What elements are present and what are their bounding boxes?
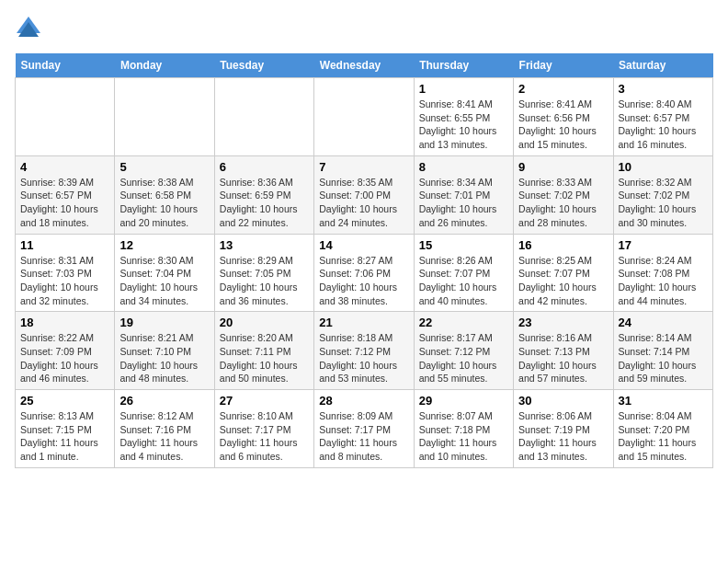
day-number: 15 <box>419 238 508 252</box>
day-info: Sunrise: 8:18 AM Sunset: 7:12 PM Dayligh… <box>319 331 408 385</box>
weekday-header-tuesday: Tuesday <box>214 53 313 78</box>
day-number: 14 <box>319 238 408 252</box>
calendar-cell <box>115 78 214 156</box>
day-number: 25 <box>20 394 109 408</box>
day-number: 3 <box>619 82 708 96</box>
day-info: Sunrise: 8:14 AM Sunset: 7:14 PM Dayligh… <box>619 331 708 385</box>
day-info: Sunrise: 8:04 AM Sunset: 7:20 PM Dayligh… <box>619 409 708 464</box>
weekday-header-thursday: Thursday <box>414 53 513 78</box>
day-info: Sunrise: 8:38 AM Sunset: 6:58 PM Dayligh… <box>119 176 209 230</box>
day-info: Sunrise: 8:41 AM Sunset: 6:55 PM Dayligh… <box>419 98 508 152</box>
day-number: 20 <box>220 316 309 329</box>
calendar-cell: 2Sunrise: 8:41 AM Sunset: 6:56 PM Daylig… <box>514 78 613 156</box>
calendar-cell <box>214 78 313 156</box>
day-number: 2 <box>518 82 608 96</box>
calendar-week-row: 25Sunrise: 8:13 AM Sunset: 7:15 PM Dayli… <box>16 390 713 468</box>
day-info: Sunrise: 8:16 AM Sunset: 7:13 PM Dayligh… <box>518 331 608 385</box>
page-header <box>15 15 713 42</box>
calendar-cell: 13Sunrise: 8:29 AM Sunset: 7:05 PM Dayli… <box>214 234 313 312</box>
calendar-cell: 6Sunrise: 8:36 AM Sunset: 6:59 PM Daylig… <box>214 155 313 234</box>
weekday-header-saturday: Saturday <box>613 53 712 78</box>
day-number: 27 <box>220 394 309 408</box>
day-number: 8 <box>419 160 508 174</box>
day-info: Sunrise: 8:06 AM Sunset: 7:19 PM Dayligh… <box>518 409 608 464</box>
calendar-cell: 30Sunrise: 8:06 AM Sunset: 7:19 PM Dayli… <box>514 390 613 468</box>
day-info: Sunrise: 8:13 AM Sunset: 7:15 PM Dayligh… <box>20 409 109 464</box>
calendar-cell: 12Sunrise: 8:30 AM Sunset: 7:04 PM Dayli… <box>115 234 214 312</box>
day-number: 7 <box>319 160 408 174</box>
day-number: 9 <box>518 160 608 174</box>
day-number: 1 <box>419 82 508 96</box>
day-number: 4 <box>20 160 109 174</box>
day-number: 24 <box>619 316 708 329</box>
calendar-cell: 17Sunrise: 8:24 AM Sunset: 7:08 PM Dayli… <box>613 234 712 312</box>
calendar-cell: 28Sunrise: 8:09 AM Sunset: 7:17 PM Dayli… <box>314 390 414 468</box>
calendar-cell: 8Sunrise: 8:34 AM Sunset: 7:01 PM Daylig… <box>414 155 513 234</box>
calendar-cell: 10Sunrise: 8:32 AM Sunset: 7:02 PM Dayli… <box>613 155 712 234</box>
day-number: 19 <box>119 316 209 329</box>
calendar-cell: 9Sunrise: 8:33 AM Sunset: 7:02 PM Daylig… <box>514 155 613 234</box>
calendar-cell: 19Sunrise: 8:21 AM Sunset: 7:10 PM Dayli… <box>115 312 214 390</box>
day-info: Sunrise: 8:12 AM Sunset: 7:16 PM Dayligh… <box>119 409 209 464</box>
calendar-cell: 18Sunrise: 8:22 AM Sunset: 7:09 PM Dayli… <box>16 312 115 390</box>
day-number: 28 <box>319 394 408 408</box>
calendar-cell: 31Sunrise: 8:04 AM Sunset: 7:20 PM Dayli… <box>613 390 712 468</box>
calendar-cell: 24Sunrise: 8:14 AM Sunset: 7:14 PM Dayli… <box>613 312 712 390</box>
day-info: Sunrise: 8:09 AM Sunset: 7:17 PM Dayligh… <box>319 409 408 464</box>
calendar-cell: 7Sunrise: 8:35 AM Sunset: 7:00 PM Daylig… <box>314 155 414 234</box>
calendar-table: SundayMondayTuesdayWednesdayThursdayFrid… <box>15 53 713 468</box>
calendar-cell: 1Sunrise: 8:41 AM Sunset: 6:55 PM Daylig… <box>414 78 513 156</box>
calendar-cell: 15Sunrise: 8:26 AM Sunset: 7:07 PM Dayli… <box>414 234 513 312</box>
weekday-header-wednesday: Wednesday <box>314 53 414 78</box>
day-info: Sunrise: 8:29 AM Sunset: 7:05 PM Dayligh… <box>220 254 309 308</box>
day-info: Sunrise: 8:32 AM Sunset: 7:02 PM Dayligh… <box>619 176 708 230</box>
day-number: 5 <box>119 160 209 174</box>
weekday-header-monday: Monday <box>115 53 214 78</box>
logo-icon <box>15 15 42 42</box>
calendar-cell <box>314 78 414 156</box>
calendar-cell: 22Sunrise: 8:17 AM Sunset: 7:12 PM Dayli… <box>414 312 513 390</box>
day-number: 13 <box>220 238 309 252</box>
calendar-cell: 29Sunrise: 8:07 AM Sunset: 7:18 PM Dayli… <box>414 390 513 468</box>
day-number: 18 <box>20 316 109 329</box>
calendar-week-row: 11Sunrise: 8:31 AM Sunset: 7:03 PM Dayli… <box>16 234 713 312</box>
weekday-header-sunday: Sunday <box>16 53 115 78</box>
day-number: 31 <box>619 394 708 408</box>
calendar-cell: 26Sunrise: 8:12 AM Sunset: 7:16 PM Dayli… <box>115 390 214 468</box>
day-info: Sunrise: 8:31 AM Sunset: 7:03 PM Dayligh… <box>20 254 109 308</box>
day-info: Sunrise: 8:07 AM Sunset: 7:18 PM Dayligh… <box>419 409 508 464</box>
day-info: Sunrise: 8:41 AM Sunset: 6:56 PM Dayligh… <box>518 98 608 152</box>
calendar-cell: 25Sunrise: 8:13 AM Sunset: 7:15 PM Dayli… <box>16 390 115 468</box>
calendar-cell: 16Sunrise: 8:25 AM Sunset: 7:07 PM Dayli… <box>514 234 613 312</box>
calendar-cell: 5Sunrise: 8:38 AM Sunset: 6:58 PM Daylig… <box>115 155 214 234</box>
day-number: 11 <box>20 238 109 252</box>
day-info: Sunrise: 8:20 AM Sunset: 7:11 PM Dayligh… <box>220 331 309 385</box>
day-info: Sunrise: 8:40 AM Sunset: 6:57 PM Dayligh… <box>619 98 708 152</box>
calendar-cell: 21Sunrise: 8:18 AM Sunset: 7:12 PM Dayli… <box>314 312 414 390</box>
day-info: Sunrise: 8:24 AM Sunset: 7:08 PM Dayligh… <box>619 254 708 308</box>
calendar-week-row: 4Sunrise: 8:39 AM Sunset: 6:57 PM Daylig… <box>16 155 713 234</box>
calendar-cell: 3Sunrise: 8:40 AM Sunset: 6:57 PM Daylig… <box>613 78 712 156</box>
day-info: Sunrise: 8:26 AM Sunset: 7:07 PM Dayligh… <box>419 254 508 308</box>
day-number: 10 <box>619 160 708 174</box>
calendar-cell: 27Sunrise: 8:10 AM Sunset: 7:17 PM Dayli… <box>214 390 313 468</box>
logo <box>15 15 46 42</box>
day-info: Sunrise: 8:25 AM Sunset: 7:07 PM Dayligh… <box>518 254 608 308</box>
day-number: 17 <box>619 238 708 252</box>
day-info: Sunrise: 8:27 AM Sunset: 7:06 PM Dayligh… <box>319 254 408 308</box>
day-number: 12 <box>119 238 209 252</box>
day-number: 22 <box>419 316 508 329</box>
day-info: Sunrise: 8:39 AM Sunset: 6:57 PM Dayligh… <box>20 176 109 230</box>
day-info: Sunrise: 8:34 AM Sunset: 7:01 PM Dayligh… <box>419 176 508 230</box>
day-number: 23 <box>518 316 608 329</box>
day-info: Sunrise: 8:35 AM Sunset: 7:00 PM Dayligh… <box>319 176 408 230</box>
calendar-cell: 20Sunrise: 8:20 AM Sunset: 7:11 PM Dayli… <box>214 312 313 390</box>
day-info: Sunrise: 8:21 AM Sunset: 7:10 PM Dayligh… <box>119 331 209 385</box>
calendar-header-row: SundayMondayTuesdayWednesdayThursdayFrid… <box>16 53 713 78</box>
day-number: 29 <box>419 394 508 408</box>
day-info: Sunrise: 8:10 AM Sunset: 7:17 PM Dayligh… <box>220 409 309 464</box>
calendar-week-row: 18Sunrise: 8:22 AM Sunset: 7:09 PM Dayli… <box>16 312 713 390</box>
day-number: 21 <box>319 316 408 329</box>
day-info: Sunrise: 8:17 AM Sunset: 7:12 PM Dayligh… <box>419 331 508 385</box>
calendar-cell: 14Sunrise: 8:27 AM Sunset: 7:06 PM Dayli… <box>314 234 414 312</box>
